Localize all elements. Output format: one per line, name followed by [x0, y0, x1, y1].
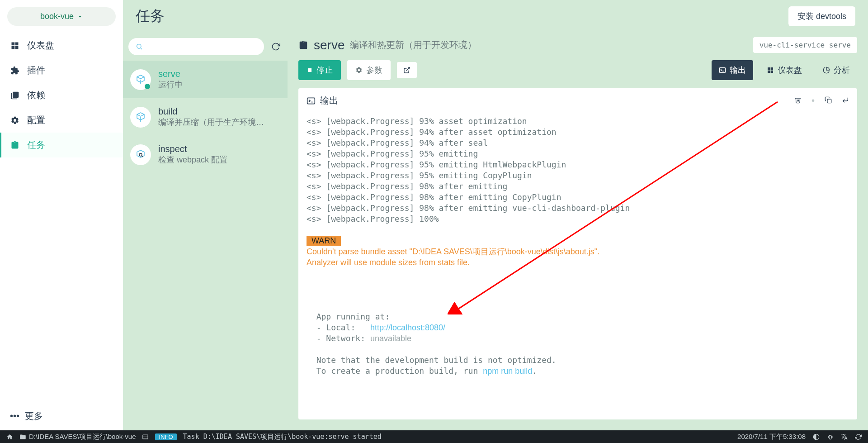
puzzle-icon: [10, 66, 20, 76]
stop-button[interactable]: 停止: [298, 60, 341, 80]
install-devtools-button[interactable]: 安装 devtools: [788, 6, 855, 26]
reload-button[interactable]: [855, 433, 862, 440]
params-label: 参数: [366, 65, 382, 76]
svg-rect-20: [143, 435, 148, 439]
terminal-icon: [719, 67, 726, 74]
bug-icon: [827, 433, 834, 440]
svg-point-4: [137, 44, 141, 48]
nav-label: 插件: [27, 64, 45, 76]
task-name: serve: [158, 69, 280, 79]
tab-label: 分析: [834, 65, 850, 76]
more-icon: •••: [10, 411, 19, 421]
tab-label: 输出: [730, 65, 746, 76]
nav-config[interactable]: 配置: [0, 108, 123, 133]
svg-rect-16: [307, 98, 315, 104]
dashboard-icon: [10, 41, 20, 51]
nav-list: 仪表盘 插件 依赖 配置 任务: [0, 33, 123, 402]
page-title: 任务: [136, 6, 788, 26]
search-box[interactable]: [128, 38, 264, 55]
dashboard-icon: [767, 67, 774, 74]
home-icon: [6, 433, 13, 440]
svg-rect-3: [15, 46, 19, 49]
sidebar: book-vue 仪表盘 插件 依赖 配置 任务: [0, 0, 123, 430]
nav-label: 依赖: [27, 89, 45, 101]
task-icon-serve: [130, 69, 151, 90]
scroll-bottom-button[interactable]: [842, 95, 849, 106]
output-title: 输出: [320, 95, 338, 107]
status-task: Task D:\IDEA SAVES\项目运行\book-vue:serve s…: [183, 433, 382, 441]
task-item-build[interactable]: build 编译并压缩（用于生产环境…: [123, 98, 288, 136]
home-button[interactable]: [6, 433, 13, 440]
nav-dashboard[interactable]: 仪表盘: [0, 33, 123, 58]
info-badge: INFO: [155, 433, 176, 440]
more-label: 更多: [25, 410, 43, 422]
gear-icon: [10, 115, 20, 125]
task-name: build: [158, 106, 280, 117]
svg-rect-1: [15, 42, 19, 45]
task-icon-inspect: [130, 144, 151, 165]
svg-rect-8: [308, 68, 311, 72]
clear-button[interactable]: [794, 95, 802, 106]
params-button[interactable]: 参数: [347, 60, 391, 80]
pie-icon: [823, 67, 830, 74]
task-icon-build: [130, 107, 151, 128]
project-name: book-vue: [40, 12, 74, 21]
svg-rect-13: [771, 67, 773, 70]
svg-rect-15: [771, 71, 773, 73]
search-input[interactable]: [146, 43, 257, 51]
svg-rect-0: [12, 42, 15, 45]
bug-button[interactable]: [827, 433, 834, 440]
open-external-button[interactable]: [397, 62, 417, 78]
running-dot-icon: [145, 84, 150, 89]
copy-icon: [825, 96, 832, 104]
nav-deps[interactable]: 依赖: [0, 83, 123, 108]
terminal-icon: [307, 96, 316, 105]
clipboard-icon: [10, 140, 20, 150]
task-item-serve[interactable]: serve 运行中: [123, 61, 288, 98]
contrast-icon: [813, 433, 820, 440]
nav-label: 任务: [27, 139, 45, 151]
copy-button[interactable]: [825, 95, 832, 106]
svg-rect-2: [12, 46, 15, 49]
svg-rect-23: [829, 435, 831, 439]
project-select[interactable]: book-vue: [7, 7, 116, 26]
nav-label: 仪表盘: [27, 39, 54, 52]
terminal-output[interactable]: <s> [webpack.Progress] 93% asset optimiz…: [298, 113, 857, 419]
nav-tasks[interactable]: 任务: [0, 133, 123, 157]
theme-button[interactable]: [813, 433, 820, 440]
tab-output[interactable]: 输出: [712, 60, 753, 80]
refresh-button[interactable]: [269, 40, 282, 53]
output-panel: 输出 • <s> [webpack.Progress] 93% asset op…: [298, 88, 857, 419]
nav-label: 配置: [27, 114, 45, 126]
gear-icon: [355, 67, 363, 74]
svg-rect-14: [768, 71, 770, 73]
folder-button[interactable]: D:\IDEA SAVES\项目运行\book-vue: [19, 433, 136, 441]
open-external-icon: [403, 67, 410, 74]
task-item-inspect[interactable]: inspect 检查 webpack 配置: [123, 136, 288, 173]
tab-dashboard[interactable]: 仪表盘: [760, 60, 809, 80]
content: 任务 安装 devtools: [123, 0, 868, 430]
log-button[interactable]: [142, 433, 149, 440]
return-icon: [842, 96, 849, 104]
library-icon: [10, 91, 20, 100]
svg-line-9: [406, 67, 410, 71]
translate-button[interactable]: [841, 433, 848, 440]
tab-label: 仪表盘: [778, 65, 802, 76]
refresh-icon: [271, 42, 280, 51]
sidebar-more[interactable]: ••• 更多: [0, 402, 123, 430]
folder-icon: [19, 433, 26, 440]
status-datetime: 2020/7/11 下午5:33:08: [737, 433, 806, 441]
task-desc: 检查 webpack 配置: [158, 154, 280, 165]
svg-rect-12: [768, 67, 770, 70]
svg-rect-10: [719, 68, 725, 73]
svg-rect-18: [827, 99, 831, 103]
detail-subtitle: 编译和热更新（用于开发环境）: [350, 39, 476, 51]
tab-analyze[interactable]: 分析: [816, 60, 857, 80]
log-icon: [142, 433, 149, 440]
nav-plugins[interactable]: 插件: [0, 58, 123, 83]
status-path: D:\IDEA SAVES\项目运行\book-vue: [29, 433, 136, 441]
search-icon: [136, 43, 143, 50]
translate-icon: [841, 433, 848, 440]
detail-title: serve: [314, 38, 344, 52]
dot-icon: •: [811, 95, 815, 106]
